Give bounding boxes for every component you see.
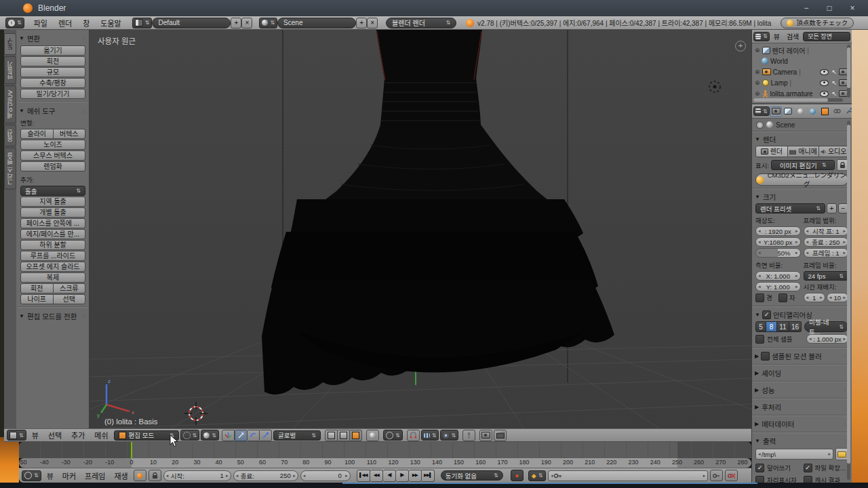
jump-to-end-button[interactable]: ▶▶▌: [422, 470, 435, 482]
offset-edge-slide-button[interactable]: 오프셋 에지 슬라드: [20, 262, 85, 272]
smooth-vertex-button[interactable]: 스무스 버텍스: [20, 150, 85, 161]
aa-samples-16-button[interactable]: 16: [789, 321, 802, 332]
menu-help[interactable]: 도움말: [95, 18, 126, 28]
performance-panel-header[interactable]: ▶ 성능 ∷: [752, 384, 852, 396]
extrude-individual-button[interactable]: 개별 돌출: [20, 207, 85, 218]
menu-mesh[interactable]: 메쉬: [90, 430, 112, 441]
resolution-percent-slider[interactable]: 50%: [755, 248, 801, 258]
timeline-menu-playback[interactable]: 재생: [111, 470, 131, 481]
select-button[interactable]: 선택: [54, 294, 86, 304]
outliner-horizontal-scrollbar[interactable]: [753, 98, 843, 102]
outliner-row-camera[interactable]: ⊕ Camera | ↖: [755, 66, 852, 77]
frame-end-field[interactable]: 종료: 250: [233, 470, 298, 481]
preset-add-button[interactable]: +: [827, 203, 837, 214]
timeline-ruler[interactable]: -50-40-30-20-100102030405060708090100110…: [19, 458, 751, 468]
dimensions-panel-header[interactable]: ▼ 크기 ∷: [752, 191, 852, 203]
noise-button[interactable]: 노이즈: [20, 140, 85, 150]
frame-start-field[interactable]: 시작: 1: [163, 470, 231, 481]
remap-new-field[interactable]: 10: [827, 293, 848, 302]
outliner-row-world[interactable]: World: [755, 56, 852, 66]
editor-type-timeline-icon[interactable]: ⇅: [22, 470, 41, 481]
scale-button[interactable]: 규모: [20, 67, 85, 77]
maximize-button[interactable]: □: [818, 0, 841, 16]
editor-type-properties-icon[interactable]: ⇅: [753, 106, 770, 116]
outliner-row-render-layers[interactable]: ⊕ 렌더 레이어 |: [755, 45, 852, 56]
extrude-region-button[interactable]: 지역 돌출: [20, 197, 85, 207]
snap-element-dropdown[interactable]: ⇅: [421, 430, 439, 441]
current-frame-field[interactable]: 0: [300, 470, 351, 481]
tab-world-properties[interactable]: [807, 106, 818, 117]
render-animation-button[interactable]: 애니메: [788, 146, 820, 157]
play-reverse-button[interactable]: ◀: [383, 470, 396, 482]
outliner-menu-view[interactable]: 뷰: [771, 31, 783, 41]
sampled-motion-blur-panel-header[interactable]: ▶ 샘플된 모션 블러 ∷: [752, 350, 852, 362]
placeholders-checkbox[interactable]: [755, 476, 764, 483]
aa-filter-dropdown[interactable]: 미첼-네트... ⇅: [804, 321, 848, 332]
scene-selector-icon-button[interactable]: ⇅: [259, 18, 277, 28]
screw-button[interactable]: 스크류: [54, 283, 86, 293]
transform-orientation-dropdown[interactable]: 글로벌 ⇅: [273, 430, 321, 441]
manipulator-rotate-button[interactable]: [248, 430, 260, 441]
knife-button[interactable]: 나이프: [20, 294, 54, 304]
aa-samples-5-button[interactable]: 5: [755, 321, 766, 332]
editor-type-3dview-icon[interactable]: ⇅: [7, 430, 26, 441]
file-extensions-checkbox[interactable]: ✓: [804, 464, 812, 472]
outliner-vertical-scrollbar[interactable]: [847, 45, 850, 98]
delete-keyframe-button[interactable]: [725, 470, 738, 481]
output-panel-header[interactable]: ▼ 출력 ∷: [752, 435, 852, 447]
menu-window[interactable]: 창: [77, 18, 95, 28]
tab-grease-pencil[interactable]: 그리스 펜슬: [4, 148, 16, 190]
transform-panel-header[interactable]: ▼ 변환 ∷: [18, 32, 88, 45]
editor-type-info-icon[interactable]: i ⇅: [5, 18, 24, 28]
cm3d2-render-button[interactable]: CM3D2メニュ...レンダリング: [755, 174, 848, 186]
menu-render[interactable]: 렌더: [53, 18, 77, 28]
editor-type-outliner-icon[interactable]: ⇅: [753, 32, 770, 41]
aa-size-field[interactable]: : 1.000 px: [806, 334, 848, 344]
selectability-cursor-icon[interactable]: ↖: [831, 90, 837, 97]
slide-button[interactable]: 슬라이: [20, 129, 54, 139]
aspect-x-field[interactable]: X: 1.000: [755, 271, 801, 281]
aa-samples-11-button[interactable]: 11: [777, 321, 789, 332]
aspect-y-field[interactable]: Y: 1.000: [755, 282, 801, 291]
edge-select-mode-button[interactable]: [338, 430, 350, 441]
outliner-menu-search[interactable]: 검색: [784, 31, 802, 41]
close-button[interactable]: ×: [841, 0, 864, 16]
face-select-mode-button[interactable]: [350, 430, 362, 441]
randomize-button[interactable]: 렌덤화: [20, 161, 85, 171]
timeline-menu-marker[interactable]: 마커: [59, 470, 79, 481]
sync-dropdown[interactable]: 동기화 없음 ⇅: [441, 470, 503, 481]
region-expand-plus-icon[interactable]: +: [735, 41, 746, 52]
subdivide-button[interactable]: 하위 분할: [20, 240, 85, 250]
lock-button[interactable]: [149, 470, 161, 481]
screen-layout-close-button[interactable]: ×: [241, 18, 252, 28]
vertex-slide-button[interactable]: 버텍스: [54, 129, 86, 139]
motion-blur-checkbox[interactable]: [761, 352, 770, 361]
jump-to-start-button[interactable]: ▌◀◀: [357, 470, 370, 482]
limit-selection-visible-button[interactable]: [366, 430, 379, 441]
manipulator-translate-button[interactable]: [235, 430, 248, 441]
play-button[interactable]: ▶: [396, 470, 409, 482]
viewport-shading-dropdown[interactable]: ⇅: [201, 430, 219, 441]
minimize-button[interactable]: −: [795, 0, 818, 16]
loop-cut-slide-button[interactable]: 루프를 ...라이드: [20, 251, 85, 261]
inset-faces-button[interactable]: 페이스를 안쪽에 ...: [20, 218, 85, 228]
visibility-eye-icon[interactable]: [820, 69, 829, 75]
visibility-eye-icon[interactable]: [820, 91, 829, 97]
manipulator-scale-button[interactable]: [260, 430, 272, 441]
timeline-track-area[interactable]: [19, 442, 751, 458]
jump-prev-keyframe-button[interactable]: ◀◀: [370, 470, 383, 482]
outliner-item-label[interactable]: 렌더 레이어: [772, 45, 806, 56]
snap-magnet-button[interactable]: [407, 430, 420, 441]
tab-create[interactable]: 만들기: [4, 56, 16, 84]
range-end-field[interactable]: 종료 : 250: [804, 237, 849, 247]
render-engine-dropdown[interactable]: 블렌더 렌더 ⇅: [386, 18, 456, 28]
overwrite-checkbox[interactable]: ✓: [755, 464, 764, 472]
scene-name-field[interactable]: Scene: [277, 18, 356, 28]
display-mode-dropdown[interactable]: 이미지 편집기 ⇅: [771, 160, 835, 170]
timeline-menu-view[interactable]: 뷰: [43, 470, 57, 481]
timeline-menu-frame[interactable]: 프레임: [81, 470, 108, 481]
duplicate-button[interactable]: 복제: [20, 272, 85, 283]
wireframe-dress-mesh[interactable]: [262, 30, 614, 394]
outliner-item-label[interactable]: lolita.armature: [770, 90, 812, 98]
remap-old-field[interactable]: 1: [804, 293, 825, 302]
